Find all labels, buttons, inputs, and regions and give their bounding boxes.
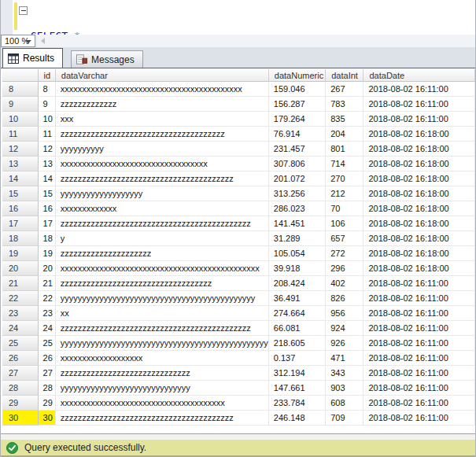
cell-dataNumeric[interactable]: 179.264	[269, 112, 326, 127]
cell-dataVarchar[interactable]: y	[56, 231, 269, 246]
cell-dataInt[interactable]: 924	[326, 321, 363, 336]
cell-id[interactable]: 15	[39, 186, 56, 201]
cell-dataVarchar[interactable]: xxxxxxxxxxxxx	[56, 201, 269, 216]
row-selector[interactable]: 13	[2, 157, 39, 171]
cell-id[interactable]: 25	[39, 336, 56, 351]
cell-dataInt[interactable]: 267	[326, 82, 363, 97]
cell-dataDate[interactable]: 2018-08-02 16:11:00	[363, 112, 475, 127]
row-selector[interactable]: 9	[2, 97, 39, 112]
cell-dataNumeric[interactable]: 156.287	[269, 97, 326, 112]
row-selector[interactable]: 15	[2, 186, 39, 201]
cell-dataInt[interactable]: 826	[326, 291, 363, 306]
cell-dataInt[interactable]: 204	[326, 127, 363, 142]
column-header-dataVarchar[interactable]: dataVarchar	[56, 69, 269, 82]
cell-dataNumeric[interactable]: 231.457	[269, 142, 326, 157]
row-selector[interactable]: 22	[2, 291, 39, 306]
cell-dataDate[interactable]: 2018-08-02 16:18:00	[363, 246, 475, 261]
cell-dataVarchar[interactable]: yyyyyyyyyyyyyyyyyyyyyyyyyyyyyy	[56, 381, 269, 396]
cell-id[interactable]: 14	[39, 171, 56, 186]
cell-id[interactable]: 29	[39, 396, 56, 411]
row-selector[interactable]: 30	[2, 411, 39, 426]
cell-dataVarchar[interactable]: xxxxxxxxxxxxxxxxxxxxxxxxxxxxxxxxxx	[56, 157, 269, 171]
cell-dataVarchar[interactable]: yyyyyyyyyyyyyyyyyyyyyyyyyyyyyyyyyyyyyyyy…	[56, 336, 269, 351]
cell-dataInt[interactable]: 783	[326, 97, 363, 112]
cell-dataVarchar[interactable]: zzzzzzzzzzzzzzzzzzzzzzzzzzzzzzzzzzzzzzzz	[56, 411, 269, 426]
cell-dataInt[interactable]: 714	[326, 157, 363, 171]
cell-dataInt[interactable]: 212	[326, 186, 363, 201]
cell-dataDate[interactable]: 2018-08-02 16:11:00	[363, 366, 475, 381]
cell-dataDate[interactable]: 2018-08-02 16:11:00	[363, 97, 475, 112]
cell-id[interactable]: 26	[39, 351, 56, 366]
cell-dataDate[interactable]: 2018-08-02 16:11:00	[363, 321, 475, 336]
cell-dataInt[interactable]: 926	[326, 336, 363, 351]
cell-dataDate[interactable]: 2018-08-02 16:11:00	[363, 351, 475, 366]
cell-id[interactable]: 19	[39, 246, 56, 261]
cell-id[interactable]: 9	[39, 97, 56, 112]
cell-dataNumeric[interactable]: 233.784	[269, 396, 326, 411]
row-selector[interactable]: 21	[2, 276, 39, 291]
cell-dataNumeric[interactable]: 66.081	[269, 321, 326, 336]
cell-dataVarchar[interactable]: xx	[56, 306, 269, 321]
scroll-left-arrow-icon[interactable]	[41, 38, 45, 44]
editor-horizontal-scrollbar[interactable]	[37, 35, 475, 47]
cell-dataInt[interactable]: 70	[326, 201, 363, 216]
cell-dataNumeric[interactable]: 208.424	[269, 276, 326, 291]
row-selector[interactable]: 23	[2, 306, 39, 321]
cell-dataNumeric[interactable]: 246.148	[269, 411, 326, 426]
row-selector[interactable]: 11	[2, 127, 39, 142]
row-selector[interactable]: 20	[2, 261, 39, 276]
row-selector[interactable]: 28	[2, 381, 39, 396]
cell-dataDate[interactable]: 2018-08-02 16:11:00	[363, 396, 475, 411]
cell-id[interactable]: 30	[39, 411, 56, 426]
cell-dataVarchar[interactable]: zzzzzzzzzzzzz	[56, 97, 269, 112]
column-header-dataDate[interactable]: dataDate	[363, 69, 475, 82]
row-selector[interactable]: 14	[2, 171, 39, 186]
cell-id[interactable]: 21	[39, 276, 56, 291]
cell-dataDate[interactable]: 2018-08-02 16:18:00	[363, 186, 475, 201]
cell-dataDate[interactable]: 2018-08-02 16:18:00	[363, 157, 475, 171]
select-all-corner[interactable]	[2, 69, 39, 82]
cell-dataNumeric[interactable]: 274.664	[269, 306, 326, 321]
cell-dataInt[interactable]: 709	[326, 411, 363, 426]
cell-dataNumeric[interactable]: 39.918	[269, 261, 326, 276]
cell-dataVarchar[interactable]: zzzzzzzzzzzzzzzzzzzzzzzzzzzzzzzzzzzzzzzz…	[56, 321, 269, 336]
cell-id[interactable]: 23	[39, 306, 56, 321]
cell-dataVarchar[interactable]: zzzzzzzzzzzzzzzzzzzzzzzzzzzzzzzzzzzzzzzz…	[56, 216, 269, 231]
cell-dataVarchar[interactable]: xxxxxxxxxxxxxxxxxxxxxxxxxxxxxxxxxxxxxxxx…	[56, 82, 269, 97]
row-selector[interactable]: 29	[2, 396, 39, 411]
cell-dataInt[interactable]: 657	[326, 231, 363, 246]
cell-dataVarchar[interactable]: xxxxxxxxxxxxxxxxxxxxxxxxxxxxxxxxxxxxxx	[56, 396, 269, 411]
cell-dataInt[interactable]: 801	[326, 142, 363, 157]
cell-dataNumeric[interactable]: 307.806	[269, 157, 326, 171]
cell-id[interactable]: 22	[39, 291, 56, 306]
cell-dataVarchar[interactable]: yyyyyyyyyyyyyyyyyyy	[56, 186, 269, 201]
tab-results[interactable]: Results	[2, 48, 63, 68]
cell-dataVarchar[interactable]: xxxxxxxxxxxxxxxxxxxxxxxxxxxxxxxxxxxxxxxx…	[56, 261, 269, 276]
cell-dataInt[interactable]: 272	[326, 246, 363, 261]
cell-dataDate[interactable]: 2018-08-02 16:18:00	[363, 171, 475, 186]
row-selector[interactable]: 27	[2, 366, 39, 381]
sql-editor[interactable]: SELECT* FROMFilesTest	[1, 0, 475, 35]
cell-id[interactable]: 8	[39, 82, 56, 97]
cell-dataVarchar[interactable]: xxxxxxxxxxxxxxxxxxx	[56, 351, 269, 366]
cell-dataNumeric[interactable]: 286.023	[269, 201, 326, 216]
cell-dataDate[interactable]: 2018-08-02 16:11:00	[363, 336, 475, 351]
cell-dataNumeric[interactable]: 201.072	[269, 171, 326, 186]
cell-dataVarchar[interactable]: zzzzzzzzzzzzzzzzzzzzzzzzzzzzzzzzzzz	[56, 276, 269, 291]
cell-dataVarchar[interactable]: zzzzzzzzzzzzzzzzzzzzz	[56, 246, 269, 261]
row-selector[interactable]: 24	[2, 321, 39, 336]
cell-dataDate[interactable]: 2018-08-02 16:11:00	[363, 291, 475, 306]
row-selector[interactable]: 12	[2, 142, 39, 157]
cell-dataDate[interactable]: 2018-08-02 16:11:00	[363, 276, 475, 291]
cell-dataDate[interactable]: 2018-08-02 16:18:00	[363, 261, 475, 276]
cell-dataInt[interactable]: 835	[326, 112, 363, 127]
cell-id[interactable]: 24	[39, 321, 56, 336]
cell-dataNumeric[interactable]: 312.194	[269, 366, 326, 381]
row-selector[interactable]: 10	[2, 112, 39, 127]
cell-dataInt[interactable]: 296	[326, 261, 363, 276]
cell-id[interactable]: 13	[39, 157, 56, 171]
cell-dataVarchar[interactable]: zzzzzzzzzzzzzzzzzzzzzzzzzzzzzz	[56, 366, 269, 381]
cell-dataNumeric[interactable]: 36.491	[269, 291, 326, 306]
cell-dataNumeric[interactable]: 141.451	[269, 216, 326, 231]
row-selector[interactable]: 19	[2, 246, 39, 261]
